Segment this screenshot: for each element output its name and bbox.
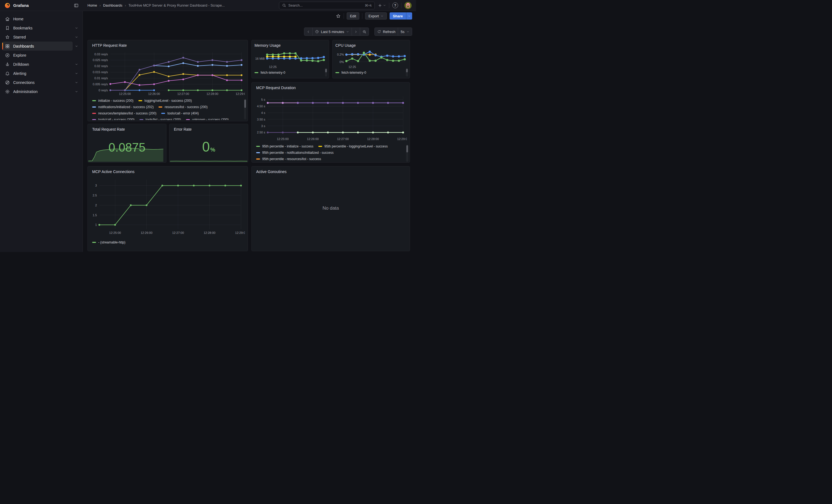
sidebar-item-drilldown: Drilldown [2, 60, 80, 69]
refresh-button[interactable]: Refresh [375, 28, 398, 35]
mcp-active-connections-chart[interactable]: 12:25:0012:26:0012:27:0012:28:0012:29:00… [91, 176, 245, 238]
legend-scrollbar[interactable] [406, 145, 408, 162]
home-icon [5, 17, 10, 22]
svg-text:12:28:00: 12:28:00 [367, 137, 379, 140]
sidebar-link-dashboards[interactable]: Dashboards [2, 42, 73, 51]
sidebar-link-starred[interactable]: Starred [2, 32, 73, 42]
scrollbar-thumb[interactable] [244, 100, 246, 108]
dashboard-grid: HTTP Request Rate 12:25:0012:26:0012:27:… [83, 38, 416, 252]
legend-scrollbar[interactable] [244, 99, 246, 120]
time-range-picker[interactable]: Last 5 minutes [312, 28, 352, 35]
chevron-down-icon [406, 30, 409, 33]
sidebar-link-bookmarks[interactable]: Bookmarks [2, 23, 73, 32]
sidebar-item-label: Drilldown [13, 62, 29, 67]
legend-item[interactable]: 95th percentile - notifications/initiali… [256, 151, 334, 155]
memory-legend: fetch-telemetry-0 [255, 71, 322, 75]
legend-item[interactable]: 95th percentile - resources/list - succe… [256, 157, 321, 161]
expand-dashboards-button[interactable] [73, 43, 80, 50]
panel-title[interactable]: CPU Usage [335, 43, 356, 48]
legend-item[interactable]: logging/setLevel - success (200) [138, 99, 192, 103]
legend-item[interactable]: fetch-telemetry-0 [255, 71, 285, 75]
sidebar-link-alerting[interactable]: Alerting [2, 69, 73, 78]
http-request-rate-chart[interactable]: 12:25:0012:26:0012:27:0012:28:0012:29:00… [91, 49, 245, 97]
sidebar-link-drilldown[interactable]: Drilldown [2, 60, 73, 69]
expand-alerting-button[interactable] [73, 70, 80, 77]
search-input[interactable] [288, 3, 363, 7]
legend-item[interactable]: tools/call - success (200) [92, 118, 134, 120]
panel-title[interactable]: Total Request Rate [92, 127, 125, 132]
share-menu-button[interactable] [406, 12, 412, 20]
panel-error-rate: Error Rate 0% [169, 124, 248, 163]
cpu-legend: fetch-telemetry-0 [335, 71, 402, 75]
legend-item[interactable]: tools/call - error (404) [161, 111, 199, 115]
drilldown-icon [5, 62, 10, 67]
legend-item[interactable]: resources/templates/list - success (200) [92, 111, 156, 115]
legend-row: 95th percentile - initialize - success95… [256, 144, 402, 148]
expand-starred-button[interactable] [73, 33, 80, 41]
breadcrumb-separator: › [100, 4, 101, 7]
sidebar-link-connections[interactable]: Connections [2, 78, 73, 87]
legend-scrollbar[interactable] [325, 68, 327, 77]
avatar[interactable] [405, 2, 412, 9]
expand-drilldown-button[interactable] [73, 60, 80, 68]
legend-item[interactable]: 95th percentile - logging/setLevel - suc… [318, 144, 388, 148]
svg-text:0 req/s: 0 req/s [99, 88, 108, 92]
memory-usage-chart[interactable]: 12:2516 MiB [253, 48, 327, 69]
svg-text:0%: 0% [339, 60, 344, 63]
scrollbar-thumb[interactable] [406, 69, 408, 72]
legend-item[interactable]: - (streamable-http) [92, 240, 126, 244]
legend-item[interactable]: fetch-telemetry-0 [335, 71, 366, 75]
legend-item[interactable]: initialize - success (200) [92, 99, 133, 103]
scrollbar-thumb[interactable] [325, 69, 327, 72]
gear-icon [5, 89, 10, 94]
legend-label: 95th percentile - resources/list - succe… [262, 157, 321, 161]
add-new-button[interactable] [378, 3, 386, 8]
sidebar-link-home[interactable]: Home [2, 14, 80, 23]
panel-title[interactable]: Memory Usage [255, 43, 281, 48]
legend-scrollbar[interactable] [406, 68, 408, 77]
time-shift-back-button[interactable] [304, 28, 312, 35]
legend-row: initialize - success (200)logging/setLev… [92, 99, 240, 103]
panel-title[interactable]: MCP Request Duration [256, 85, 296, 90]
time-shift-forward-button[interactable] [352, 28, 360, 35]
legend-item[interactable]: 95th percentile - initialize - success [256, 144, 313, 148]
refresh-interval-picker[interactable]: 5s [398, 28, 412, 35]
breadcrumb-dashboards[interactable]: Dashboards [103, 3, 123, 7]
panel-title[interactable]: Error Rate [174, 127, 192, 132]
avatar-image [405, 2, 412, 9]
help-button[interactable]: ? [392, 2, 398, 8]
panel-left-icon [74, 3, 79, 8]
panel-title[interactable]: HTTP Request Rate [92, 43, 127, 48]
expand-administration-button[interactable] [73, 88, 80, 96]
legend-item[interactable]: unknown - success (200) [186, 118, 229, 120]
zoom-out-time-button[interactable] [360, 28, 369, 35]
cpu-usage-chart[interactable]: 12:250.2%0% [334, 48, 408, 69]
mcp-request-duration-chart[interactable]: 12:25:0012:26:0012:27:0012:28:0012:29:00… [255, 92, 407, 143]
favorite-dashboard-button[interactable] [336, 14, 341, 19]
time-toolbar: Last 5 minutes Refresh 5s [304, 27, 412, 36]
sidebar-item-administration: Administration [2, 87, 80, 96]
panel-title[interactable]: MCP Active Connections [92, 169, 134, 174]
legend-item[interactable]: resources/list - success (200) [158, 105, 207, 109]
edit-button[interactable]: Edit [347, 12, 359, 20]
breadcrumb-home[interactable]: Home [87, 3, 97, 7]
expand-bookmarks-button[interactable] [73, 24, 80, 32]
dock-menu-button[interactable] [73, 2, 79, 8]
sidebar-link-explore[interactable]: Explore [2, 51, 80, 60]
svg-text:12:25:00: 12:25:00 [109, 231, 121, 234]
legend-item[interactable]: tools/list - success (200) [139, 118, 181, 120]
chevron-down-icon [75, 63, 78, 66]
panel-title[interactable]: Active Goroutines [256, 169, 287, 174]
export-button[interactable]: Export [365, 12, 387, 20]
legend-label: 95th percentile - notifications/initiali… [262, 151, 334, 155]
share-split-button: Share [390, 12, 412, 20]
chevron-down-icon [75, 35, 78, 39]
share-button[interactable]: Share [390, 12, 406, 20]
search-box[interactable]: ⌘+k [279, 2, 375, 9]
scrollbar-thumb[interactable] [406, 145, 408, 152]
sidebar-link-administration[interactable]: Administration [2, 87, 73, 96]
sidebar-item-alerting: Alerting [2, 69, 80, 78]
expand-connections-button[interactable] [73, 79, 80, 86]
legend-item[interactable]: notifications/initialized - success (202… [92, 105, 154, 109]
panel-mcp-request-duration: MCP Request Duration 12:25:0012:26:0012:… [252, 82, 410, 163]
